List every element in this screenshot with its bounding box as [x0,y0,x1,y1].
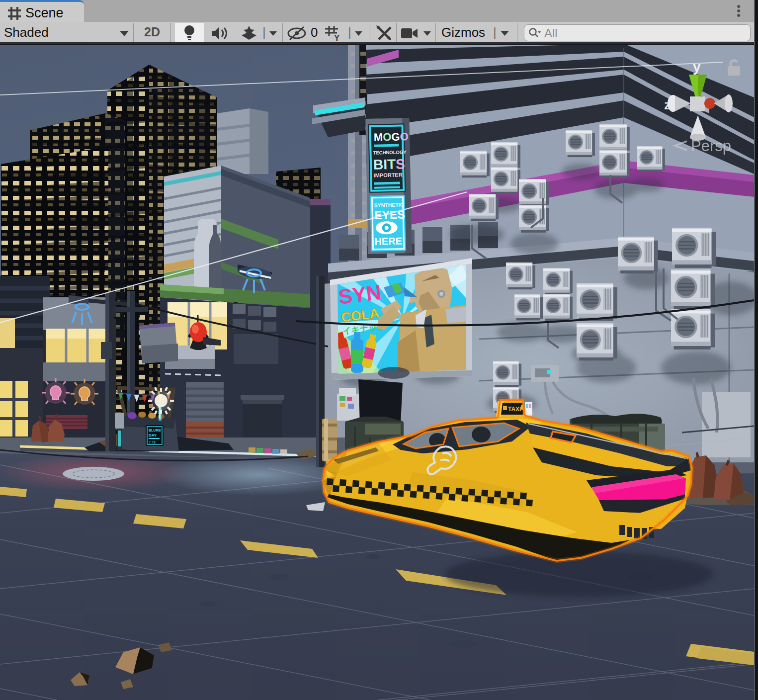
svg-text:TECHNOLOGY: TECHNOLOGY [373,149,407,155]
svg-text:BLURB: BLURB [149,429,161,432]
svg-text:2.7$: 2.7$ [149,440,156,444]
svg-text:SYNTHETIC: SYNTHETIC [374,201,404,208]
svg-text:TAXI: TAXI [508,406,521,413]
svg-text:DAY: DAY [149,433,157,438]
svg-text:IMPORTER: IMPORTER [373,172,402,178]
svg-text:MOGO: MOGO [374,130,409,143]
svg-text:y: y [693,59,701,75]
svg-text:EYES: EYES [374,208,405,221]
svg-text:Y: Y [334,33,340,42]
svg-text:BITS: BITS [373,156,405,172]
svg-text:Persp: Persp [691,137,731,155]
svg-text:HERE: HERE [374,235,402,247]
